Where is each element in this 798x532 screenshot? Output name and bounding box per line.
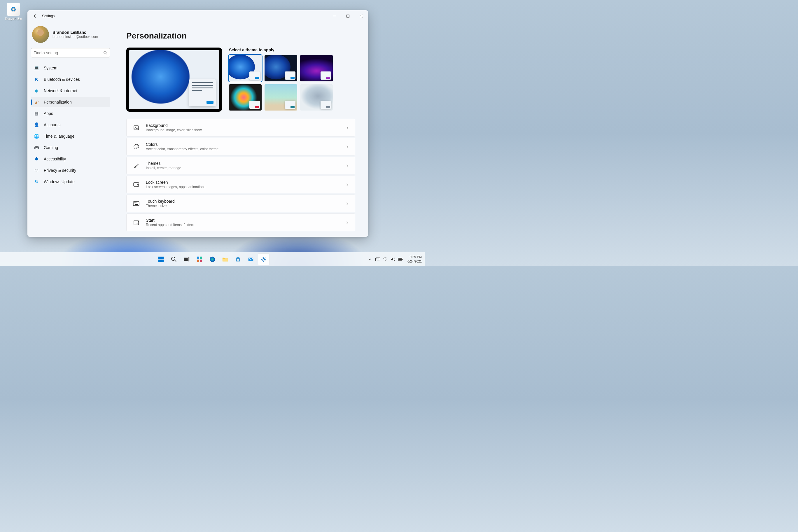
edge-icon — [209, 256, 215, 263]
tray-input-icon[interactable] — [375, 256, 381, 262]
desktop-icon-recycle-bin[interactable]: Recycle Bin — [3, 3, 24, 20]
svg-point-19 — [137, 223, 138, 223]
profile-card[interactable]: Brandon LeBlanc brandoninsider@outlook.c… — [31, 24, 110, 48]
theme-thumbnail[interactable] — [300, 84, 333, 111]
svg-rect-32 — [223, 259, 228, 261]
settings-card-start[interactable]: StartRecent apps and items, folders — [126, 213, 355, 231]
nav-icon: 💻 — [34, 65, 39, 71]
svg-point-18 — [136, 223, 136, 223]
sidebar-item-personalization[interactable]: 🖌Personalization — [31, 97, 110, 107]
main-content[interactable]: Personalization Select a theme to apply … — [113, 22, 368, 237]
svg-rect-28 — [200, 256, 202, 259]
sidebar-item-windows-update[interactable]: ↻Windows Update — [31, 176, 110, 187]
taskbar-mail[interactable] — [245, 253, 256, 265]
theme-thumbnail[interactable] — [265, 55, 297, 81]
taskbar-widgets[interactable] — [194, 253, 205, 265]
sidebar-item-network-internet[interactable]: ◆Network & internet — [31, 86, 110, 96]
settings-window: Settings Brandon LeBlanc brandoninsider@… — [27, 10, 368, 237]
nav-icon: 🛡 — [34, 168, 39, 173]
taskbar-settings[interactable] — [258, 253, 269, 265]
tray-battery-icon[interactable] — [398, 256, 403, 262]
svg-point-3 — [135, 127, 136, 128]
nav-icon: 🎮 — [34, 145, 39, 150]
search-icon — [103, 51, 107, 55]
svg-point-38 — [263, 259, 265, 260]
svg-rect-44 — [377, 260, 379, 261]
card-subtitle: Accent color, transparency effects, colo… — [146, 147, 346, 151]
tray-volume-icon[interactable] — [390, 256, 396, 262]
card-subtitle: Lock screen images, apps, animations — [146, 185, 346, 189]
card-title: Background — [146, 123, 346, 128]
svg-rect-15 — [134, 221, 138, 225]
theme-mini-window — [321, 101, 331, 109]
minimize-button[interactable] — [328, 10, 341, 22]
sidebar-item-gaming[interactable]: 🎮Gaming — [31, 142, 110, 153]
svg-point-1 — [104, 51, 107, 54]
theme-mini-window — [321, 72, 331, 80]
settings-card-list: BackgroundBackground image, color, slide… — [126, 119, 355, 231]
sidebar-item-time-language[interactable]: 🌐Time & language — [31, 131, 110, 141]
card-title: Themes — [146, 161, 346, 166]
nav-label: System — [44, 65, 57, 70]
recycle-bin-icon — [7, 3, 20, 16]
settings-card-background[interactable]: BackgroundBackground image, color, slide… — [126, 119, 355, 136]
svg-rect-35 — [237, 260, 238, 261]
taskbar-store[interactable] — [232, 253, 244, 265]
card-subtitle: Install, create, manage — [146, 166, 346, 170]
desktop-icon-label: Recycle Bin — [3, 17, 24, 20]
settings-card-themes[interactable]: ThemesInstall, create, manage — [126, 157, 355, 174]
taskbar-edge[interactable] — [207, 253, 218, 265]
theme-thumbnail[interactable] — [265, 84, 297, 111]
svg-point-4 — [135, 146, 135, 147]
close-icon — [360, 15, 363, 18]
card-subtitle: Background image, color, slideshow — [146, 128, 346, 132]
maximize-button[interactable] — [341, 10, 355, 22]
sidebar-item-privacy-security[interactable]: 🛡Privacy & security — [31, 165, 110, 176]
tray-wifi-icon[interactable] — [382, 256, 388, 262]
settings-card-lock-screen[interactable]: Lock screenLock screen images, apps, ani… — [126, 176, 355, 193]
card-subtitle: Recent apps and items, folders — [146, 223, 346, 227]
tray-overflow[interactable] — [367, 256, 373, 262]
svg-point-24 — [171, 257, 175, 261]
nav-label: Apps — [44, 111, 53, 116]
theme-thumbnail[interactable] — [229, 84, 262, 111]
svg-rect-16 — [134, 221, 138, 222]
chevron-right-icon — [346, 164, 349, 167]
theme-thumbnail[interactable] — [229, 55, 262, 81]
svg-rect-8 — [137, 185, 138, 186]
sidebar-item-bluetooth-devices[interactable]: BBluetooth & devices — [31, 74, 110, 84]
close-button[interactable] — [355, 10, 368, 22]
taskbar-clock[interactable]: 9:39 PM 6/24/2021 — [405, 255, 422, 263]
nav-label: Bluetooth & devices — [44, 77, 80, 82]
svg-point-10 — [134, 203, 135, 203]
nav-icon: 🌐 — [34, 134, 39, 139]
svg-rect-26 — [188, 257, 190, 261]
titlebar: Settings — [27, 10, 368, 22]
nav-icon: 🖌 — [34, 99, 39, 105]
nav-list: 💻SystemBBluetooth & devices◆Network & in… — [31, 63, 110, 188]
nav-label: Gaming — [44, 145, 58, 150]
system-tray: 9:39 PM 6/24/2021 — [367, 255, 425, 263]
gear-icon — [261, 256, 267, 263]
sidebar-item-apps[interactable]: ▦Apps — [31, 108, 110, 119]
sidebar-item-accessibility[interactable]: ✱Accessibility — [31, 154, 110, 164]
taskbar-explorer[interactable] — [219, 253, 231, 265]
store-icon — [235, 256, 241, 263]
nav-label: Privacy & security — [44, 168, 76, 173]
nav-label: Time & language — [44, 134, 74, 138]
keyboard-icon — [133, 201, 139, 206]
svg-point-31 — [210, 256, 215, 262]
sidebar-item-accounts[interactable]: 👤Accounts — [31, 119, 110, 130]
taskbar-search[interactable] — [168, 253, 180, 265]
search-input[interactable] — [34, 51, 103, 55]
search-box[interactable] — [31, 48, 110, 57]
settings-card-touch-keyboard[interactable]: Touch keyboardThemes, size — [126, 194, 355, 212]
theme-thumbnail[interactable] — [300, 55, 333, 81]
sidebar-item-system[interactable]: 💻System — [31, 63, 110, 73]
start-button[interactable] — [155, 253, 167, 265]
settings-card-colors[interactable]: ColorsAccent color, transparency effects… — [126, 138, 355, 155]
theme-preview-large[interactable] — [126, 48, 222, 112]
back-button[interactable] — [30, 12, 40, 21]
arrow-left-icon — [33, 14, 37, 18]
taskbar-taskview[interactable] — [181, 253, 192, 265]
